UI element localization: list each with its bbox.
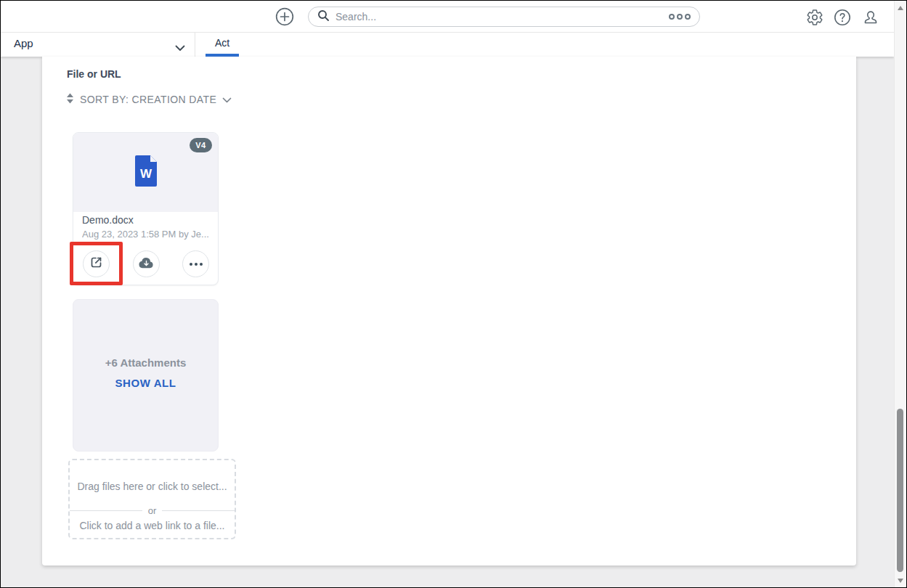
content-panel: File or URL SORT BY: CREATION DATE V4 <box>42 57 856 565</box>
tab-act-label: Act <box>215 37 229 49</box>
word-document-icon: W <box>135 155 157 189</box>
external-link-icon <box>89 255 104 273</box>
app-dropdown-label: App <box>14 37 33 49</box>
file-thumbnail[interactable]: V4 W <box>73 133 218 212</box>
attachments-count: +6 Attachments <box>73 356 218 369</box>
divider-line <box>70 510 142 511</box>
magnifier-icon <box>317 9 330 25</box>
attachments-card: +6 Attachments SHOW ALL <box>73 299 219 452</box>
scrollbar-thumb[interactable] <box>897 409 903 572</box>
chevron-down-icon <box>222 94 232 105</box>
person-icon <box>862 16 879 28</box>
gear-icon <box>806 16 823 28</box>
or-divider: or <box>70 505 235 516</box>
question-mark-icon <box>834 16 851 28</box>
tab-bar: App Act <box>1 33 894 57</box>
dropzone-drag-label[interactable]: Drag files here or click to select... <box>70 481 235 492</box>
open-in-new-window-button[interactable] <box>83 250 110 277</box>
search-input[interactable] <box>335 11 669 23</box>
sort-control[interactable]: SORT BY: CREATION DATE <box>66 93 232 106</box>
plus-circle-icon <box>275 17 294 28</box>
account-button[interactable] <box>862 9 879 26</box>
app-dropdown[interactable]: App <box>1 33 195 57</box>
tab-act[interactable]: Act <box>206 33 239 57</box>
file-name: Demo.docx <box>82 214 134 226</box>
search-options-icon[interactable] <box>669 14 691 20</box>
search-bar[interactable] <box>308 7 700 27</box>
ellipsis-icon <box>190 263 203 266</box>
more-options-button[interactable] <box>182 250 209 277</box>
file-dropzone[interactable]: Drag files here or click to select... or… <box>68 459 236 539</box>
cloud-download-icon <box>138 256 155 271</box>
add-web-link-button[interactable]: Click to add a web link to a file... <box>70 520 235 531</box>
download-button[interactable] <box>133 250 160 277</box>
sort-arrows-icon <box>66 93 74 106</box>
show-all-link[interactable]: SHOW ALL <box>73 377 218 389</box>
or-label: or <box>142 505 163 516</box>
file-card[interactable]: V4 W Demo.docx Aug 23, 2023 1:58 PM by J… <box>73 132 219 285</box>
divider-line <box>162 510 235 511</box>
help-button[interactable] <box>834 9 851 26</box>
settings-button[interactable] <box>806 9 823 26</box>
sort-label: SORT BY: CREATION DATE <box>80 94 216 105</box>
svg-text:W: W <box>140 167 152 181</box>
app-window: App Act File or URL SORT BY: CREATION DA… <box>0 0 907 588</box>
chevron-down-icon <box>175 41 185 54</box>
add-button[interactable] <box>275 7 294 26</box>
version-badge: V4 <box>190 138 212 152</box>
scroll-up-arrow[interactable] <box>898 6 903 10</box>
section-title: File or URL <box>67 68 121 80</box>
top-bar <box>1 1 894 33</box>
vertical-scrollbar[interactable] <box>894 1 906 587</box>
file-meta: Aug 23, 2023 1:58 PM by Je... <box>82 229 214 240</box>
scroll-down-arrow[interactable] <box>898 579 903 583</box>
